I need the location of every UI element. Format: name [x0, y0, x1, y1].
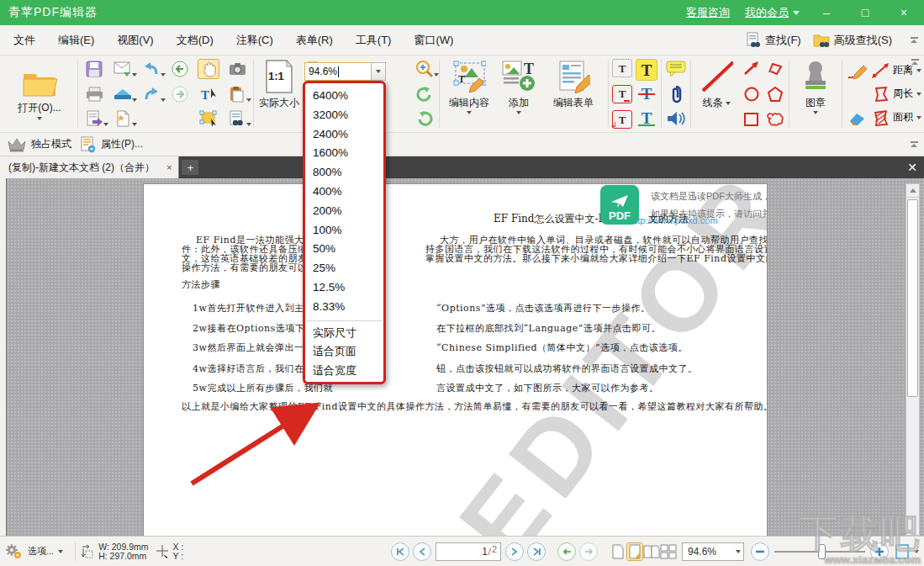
- zoom-option[interactable]: 6400%: [305, 87, 383, 106]
- find-button[interactable]: 查找(F): [747, 32, 801, 48]
- rotate-right-icon[interactable]: [414, 108, 436, 129]
- page-number-input[interactable]: 1/2: [436, 542, 501, 561]
- select-text-icon[interactable]: T: [198, 84, 219, 104]
- zoom-option[interactable]: 12.5%: [305, 278, 383, 298]
- search-document-icon[interactable]: [226, 108, 248, 129]
- single-page-view-icon[interactable]: [610, 542, 626, 561]
- menu-tools[interactable]: 工具(T): [356, 33, 392, 48]
- zoom-level-input[interactable]: 94.6%: [304, 62, 372, 81]
- print-icon[interactable]: [83, 84, 105, 104]
- undo-icon[interactable]: [140, 59, 162, 79]
- continuous-view-icon[interactable]: [626, 542, 643, 561]
- paste-icon[interactable]: [226, 84, 248, 104]
- square-shape-icon[interactable]: [742, 110, 762, 129]
- statusbar-zoom-combobox[interactable]: 94.6%: [682, 542, 744, 561]
- line-tool-button[interactable]: 线条: [693, 57, 740, 130]
- zoom-option[interactable]: 100%: [305, 221, 383, 241]
- zoom-option[interactable]: 50%: [305, 240, 383, 259]
- zoom-option[interactable]: 3200%: [305, 106, 383, 125]
- area-tool-button[interactable]: 面积: [871, 106, 921, 129]
- save-icon[interactable]: [83, 59, 105, 79]
- edit-content-button[interactable]: T 编辑内容: [441, 57, 497, 130]
- cloud-shape-icon[interactable]: [765, 110, 785, 129]
- zoom-option[interactable]: 8.33%: [305, 298, 383, 317]
- tab-close-icon[interactable]: ×: [166, 162, 172, 172]
- zoom-option[interactable]: 25%: [305, 259, 383, 278]
- zoom-in-icon[interactable]: [414, 59, 436, 79]
- sound-speaker-icon[interactable]: [665, 108, 687, 129]
- vertical-scrollbar[interactable]: [906, 183, 920, 536]
- zoom-option[interactable]: 400%: [305, 182, 383, 202]
- maximize-button[interactable]: □: [853, 6, 877, 19]
- menu-edit[interactable]: 编辑(E): [58, 33, 94, 48]
- new-document-icon[interactable]: [112, 108, 134, 129]
- hand-tool-icon[interactable]: [198, 59, 219, 79]
- underline-text-icon[interactable]: T: [636, 107, 657, 129]
- history-back-button[interactable]: [557, 542, 576, 561]
- previous-page-button[interactable]: [413, 542, 431, 561]
- text-box-tool-icon[interactable]: T: [612, 85, 632, 103]
- stamp-button[interactable]: 图章: [791, 57, 840, 130]
- snapshot-camera-icon[interactable]: [226, 59, 248, 79]
- two-page-view-icon[interactable]: [643, 542, 660, 561]
- menu-file[interactable]: 文件: [13, 33, 35, 48]
- zoom-slider-handle[interactable]: [818, 544, 826, 559]
- email-icon[interactable]: [112, 59, 134, 79]
- scanner-icon[interactable]: [112, 84, 134, 104]
- my-membership-link[interactable]: 我的会员: [745, 5, 800, 20]
- properties-button[interactable]: 属性(P)...: [80, 136, 143, 153]
- first-page-button[interactable]: [391, 542, 409, 561]
- go-forward-icon[interactable]: [169, 84, 191, 104]
- menu-window[interactable]: 窗口(W): [414, 33, 453, 48]
- exclusive-mode-button[interactable]: 独占模式: [7, 137, 71, 152]
- callout-tool-icon[interactable]: T↲: [612, 110, 632, 129]
- zoom-option[interactable]: 1600%: [305, 144, 383, 163]
- add-button[interactable]: T 添加: [497, 57, 541, 130]
- strikethrough-text-icon[interactable]: T: [636, 83, 657, 105]
- zoom-option[interactable]: 800%: [305, 163, 383, 182]
- export-icon[interactable]: [83, 108, 105, 129]
- menu-comment[interactable]: 注释(C): [236, 33, 273, 48]
- document-viewer[interactable]: 该文档是迅读PDF大师生成， 如果想去掉该提示，请访问并下载： http://w…: [0, 178, 924, 536]
- fit-page-view-icon[interactable]: [894, 542, 911, 561]
- collapse-toolbar-icon[interactable]: [911, 37, 918, 43]
- sticky-note-icon[interactable]: [665, 59, 687, 79]
- menu-form[interactable]: 表单(R): [296, 33, 333, 48]
- zoom-option[interactable]: 2400%: [305, 125, 383, 145]
- scrollbar-thumb[interactable]: [907, 199, 918, 397]
- close-document-button[interactable]: ✕: [907, 161, 917, 174]
- select-annotation-icon[interactable]: [198, 108, 219, 129]
- perimeter-tool-button[interactable]: 周长: [871, 82, 921, 105]
- document-tab[interactable]: (复制)-新建文本文档 (2)（合并） ×: [0, 156, 179, 178]
- polygon-shape-icon[interactable]: [765, 85, 785, 103]
- eraser-icon[interactable]: [846, 108, 868, 129]
- zoom-option[interactable]: 200%: [305, 202, 383, 221]
- collapse-toolbar-icon[interactable]: [911, 141, 918, 147]
- edit-form-button[interactable]: 编辑表单: [541, 57, 606, 130]
- collapse-toolbar-icon[interactable]: [911, 59, 919, 65]
- zoom-level-combobox[interactable]: 94.6%: [304, 62, 386, 81]
- open-button[interactable]: 打开(O)...: [3, 57, 76, 130]
- menu-view[interactable]: 视图(V): [117, 33, 153, 48]
- menu-document[interactable]: 文档(D): [177, 33, 214, 48]
- advanced-find-button[interactable]: 高级查找(S): [813, 33, 892, 48]
- scroll-up-icon[interactable]: [906, 184, 919, 198]
- typewriter-tool-icon[interactable]: T: [612, 59, 632, 77]
- zoom-fit-option[interactable]: 适合宽度: [305, 362, 383, 381]
- collapsed-side-panel[interactable]: [0, 178, 7, 536]
- rotate-left-icon[interactable]: [414, 84, 436, 104]
- circle-shape-icon[interactable]: [742, 85, 762, 103]
- zoom-fit-option[interactable]: 适合页面: [305, 342, 383, 362]
- zoom-dropdown-button[interactable]: [372, 62, 386, 81]
- close-button[interactable]: ×: [892, 6, 916, 19]
- highlight-text-icon[interactable]: T: [636, 59, 657, 81]
- last-page-button[interactable]: [527, 542, 546, 561]
- zoom-slider[interactable]: [774, 542, 865, 561]
- actual-size-button[interactable]: 1:1 实际大小: [256, 57, 303, 130]
- zoom-out-button[interactable]: [751, 542, 769, 561]
- zoom-in-button[interactable]: [870, 542, 889, 561]
- next-page-button[interactable]: [505, 542, 524, 561]
- options-button[interactable]: 选项...: [5, 543, 63, 560]
- new-tab-button[interactable]: +: [182, 160, 198, 175]
- minimize-button[interactable]: –: [815, 6, 838, 19]
